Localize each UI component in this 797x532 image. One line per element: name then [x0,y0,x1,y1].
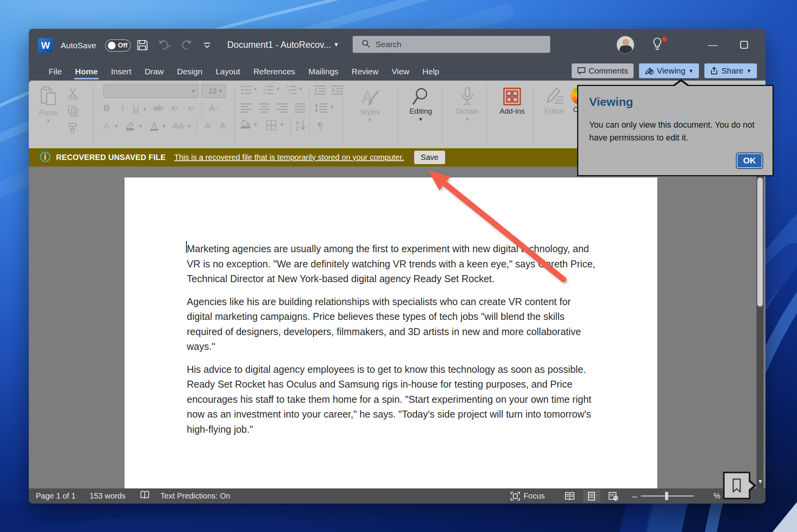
bullets-icon[interactable] [241,84,252,95]
popup-ok-button[interactable]: OK [736,153,763,169]
zoom-slider[interactable] [641,495,694,497]
tab-references[interactable]: References [247,62,302,81]
highlight-chevron-icon[interactable]: ▼ [137,120,144,132]
vertical-scrollbar[interactable] [757,167,764,488]
italic-icon[interactable]: I [116,101,129,116]
styles-button[interactable]: A Styles ▼ [349,87,391,123]
share-button[interactable]: Share ▼ [704,63,757,78]
addins-button[interactable]: Add-ins [493,87,532,116]
document-title: Document1 - AutoRecov... [227,40,331,50]
search-input[interactable]: Search [353,36,550,53]
cut-icon[interactable] [65,86,81,102]
banner-link[interactable]: This is a recovered file that is tempora… [174,153,404,162]
avatar[interactable] [616,36,634,54]
banner-save-button[interactable]: Save [414,151,445,164]
numbering-icon[interactable]: 123 [263,84,275,95]
shading-icon[interactable] [241,119,251,128]
show-paragraph-marks-icon[interactable]: ¶ [314,119,326,133]
tab-draw[interactable]: Draw [138,62,170,81]
svg-text:3: 3 [263,91,265,95]
editing-button[interactable]: Editing ▼ [403,87,438,122]
change-case-icon[interactable]: Aa [170,118,187,133]
tab-review[interactable]: Review [345,62,385,81]
save-icon[interactable] [135,37,150,53]
tab-layout[interactable]: Layout [209,62,247,81]
strikethrough-icon[interactable]: ab [150,101,166,116]
autosave-toggle[interactable]: Off [105,39,131,52]
tab-home[interactable]: Home [68,62,104,81]
align-right-icon[interactable] [276,102,288,113]
copy-icon[interactable] [65,103,81,119]
customize-quick-access-icon[interactable] [199,37,215,53]
proofing-icon[interactable] [140,490,150,502]
autosave-label: AutoSave [61,41,96,50]
popup-body: You can only view this document. You do … [589,119,757,144]
decrease-indent-icon[interactable] [314,84,326,95]
read-mode-icon[interactable] [561,490,578,502]
line-spacing-icon[interactable] [314,102,328,113]
zoom-out-icon[interactable]: – [632,491,637,502]
underline-chevron-icon[interactable]: ▼ [141,103,149,115]
borders-icon[interactable] [265,119,277,131]
superscript-icon[interactable]: x2 [184,101,198,116]
tab-design[interactable]: Design [170,62,209,81]
clear-formatting-icon[interactable]: A◇ [205,101,223,116]
shrink-font-icon[interactable]: Aˇ [216,118,230,133]
svg-text:Z: Z [296,126,299,131]
document-page[interactable]: Marketing agencies are usually among the… [125,177,657,488]
tab-file[interactable]: File [42,62,68,81]
underline-icon[interactable]: U [129,101,142,116]
bold-icon[interactable]: B [100,101,114,116]
borders-chevron-icon[interactable]: ▼ [279,122,284,128]
bullets-chevron-icon[interactable]: ▼ [253,86,258,92]
paste-button[interactable]: Paste ▼ [39,86,58,124]
font-name-combo[interactable]: ▼ [104,84,198,98]
text-effects-chevron-icon[interactable]: ▼ [113,120,120,132]
grow-font-icon[interactable]: Aˆ [202,118,216,133]
text-effects-icon[interactable]: A [100,118,114,133]
subscript-icon[interactable]: x2 [167,101,182,116]
scroll-down-icon[interactable]: ▼ [757,478,763,485]
focus-label[interactable]: Focus [523,492,544,500]
justify-icon[interactable] [294,102,306,113]
line-spacing-chevron-icon[interactable]: ▼ [329,104,334,110]
highlight-color-icon[interactable] [123,118,137,133]
sort-icon[interactable]: AZ [295,119,307,131]
dictate-button[interactable]: Dictate ▼ [450,87,485,122]
chevron-down-icon: ▼ [465,116,470,122]
font-color-chevron-icon[interactable]: ▼ [160,120,167,132]
font-size-combo[interactable]: 12 ▼ [202,84,226,98]
redo-icon[interactable] [179,37,195,53]
text-predictions[interactable]: Text Predictions: On [161,492,230,500]
tab-mailings[interactable]: Mailings [302,62,345,81]
undo-icon[interactable] [156,37,172,53]
comments-button[interactable]: Comments [572,63,634,78]
font-color-icon[interactable]: A [147,118,161,133]
minimize-button[interactable]: — [703,36,723,54]
word-count[interactable]: 153 words [90,492,125,500]
zoom-slider-thumb[interactable] [665,492,668,500]
numbering-chevron-icon[interactable]: ▼ [276,86,281,92]
title-dropdown-icon[interactable]: ▼ [333,41,339,48]
scrollbar-thumb[interactable] [757,177,763,307]
change-case-chevron-icon[interactable]: ▼ [186,120,193,132]
increase-indent-icon[interactable] [331,84,343,95]
focus-icon[interactable] [510,492,520,501]
align-center-icon[interactable] [258,102,270,113]
print-layout-icon[interactable] [583,490,600,502]
tab-insert[interactable]: Insert [104,62,138,81]
web-layout-icon[interactable] [605,490,622,502]
document-area: Marketing agencies are usually among the… [29,167,765,488]
shading-chevron-icon[interactable]: ▼ [253,122,258,128]
multilevel-list-icon[interactable]: 1ai [286,84,297,95]
maximize-button[interactable] [734,36,754,54]
viewing-mode-button[interactable]: Viewing ▼ [639,63,699,78]
format-painter-icon[interactable] [65,120,81,136]
tell-me-lightbulb-icon[interactable] [651,37,668,54]
editor-button[interactable]: Editor [539,87,570,116]
multilevel-chevron-icon[interactable]: ▼ [298,86,303,92]
tab-view[interactable]: View [385,62,416,81]
tab-help[interactable]: Help [416,62,446,81]
align-left-icon[interactable] [241,102,252,113]
page-indicator[interactable]: Page 1 of 1 [36,492,75,500]
